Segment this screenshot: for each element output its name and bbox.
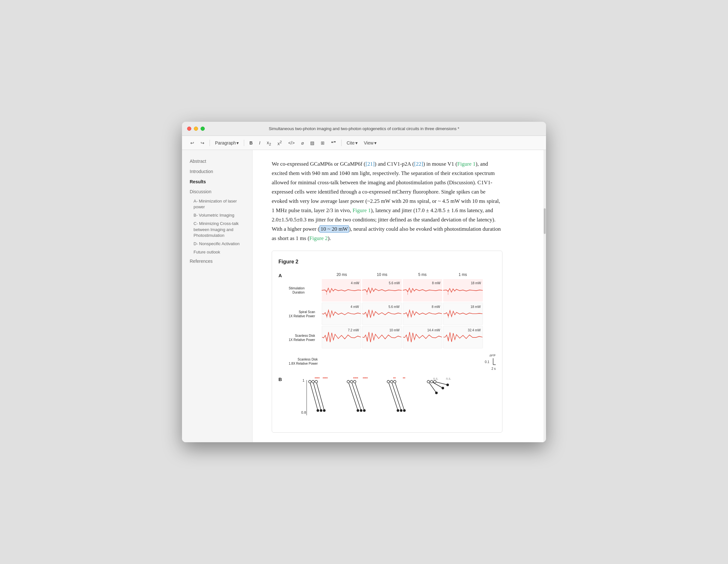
svg-point-27 [323, 409, 326, 412]
close-button[interactable] [187, 127, 191, 131]
panel-label-r3c4: 32.4 mW [468, 328, 481, 333]
code-button[interactable]: </> [286, 139, 296, 147]
svg-text:1: 1 [302, 378, 304, 382]
svg-point-26 [320, 409, 322, 412]
panel-label-r3c3: 14.4 mW [427, 328, 440, 333]
sidebar-item-nonspecific[interactable]: D- Nonspecific Activation [187, 240, 247, 248]
scrollbar[interactable] [543, 150, 546, 442]
chevron-down-icon: ▾ [236, 140, 239, 145]
content-area[interactable]: We co-expressed GCaMP6s or GCaMP6f ([21]… [252, 150, 543, 442]
panel-r1c1: 4 mW [322, 279, 361, 302]
svg-line-20 [313, 382, 321, 411]
svg-point-24 [315, 380, 318, 383]
figure-1-link-2[interactable]: Figure 1 [352, 207, 371, 213]
panel-r3c3: 14.4 mW [403, 326, 443, 348]
panel-r3c2: 10 mW [362, 326, 402, 348]
svg-point-25 [317, 409, 319, 412]
panel-label-r1c4: 18 mW [471, 280, 481, 286]
quote-icon: ❝❞ [331, 140, 336, 145]
scrollbar-thumb[interactable] [544, 208, 546, 234]
panel-r2c1: 4 mW [322, 303, 361, 325]
toolbar-separator-3 [341, 140, 342, 146]
svg-point-60 [446, 384, 449, 386]
table-icon: ⊞ [321, 140, 325, 145]
sidebar-item-abstract[interactable]: Abstract [187, 156, 247, 167]
sidebar-item-minimization[interactable]: A- Minimization of laser power [187, 197, 247, 211]
window-title: Simultaneous two-photon imaging and two-… [269, 126, 459, 131]
svg-point-58 [435, 392, 438, 394]
panel-row-3: 7.2 mW 10 mW [322, 326, 483, 348]
maximize-button[interactable] [201, 127, 205, 131]
view-button[interactable]: View ▾ [362, 139, 378, 147]
panel-label-r2c4: 18 mW [470, 304, 481, 310]
panel-label-r1c3: 8 mW [432, 280, 440, 286]
ref-21-link[interactable]: [21] [366, 161, 375, 167]
bold-button[interactable]: B [247, 139, 254, 147]
minimize-button[interactable] [194, 127, 198, 131]
superscript-button[interactable]: x2 [276, 138, 284, 147]
table-button[interactable]: ⊞ [319, 139, 327, 147]
col-header-10ms: 10 ms [362, 271, 402, 278]
svg-text:**: ** [403, 377, 405, 380]
panel-label-r2c2: 5.6 mW [388, 304, 399, 310]
highlight-power-range: 10 ~ 20 mW [319, 225, 349, 233]
svg-line-53 [432, 382, 443, 388]
sidebar-item-crosstalk[interactable]: C- Minimizing Cross-talk between Imaging… [187, 220, 247, 240]
figure-2-link[interactable]: Figure 2 [310, 235, 328, 241]
panel-label-r1c1: 4 mW [351, 280, 359, 286]
image-button[interactable]: ▨ [308, 139, 316, 147]
svg-line-52 [428, 382, 436, 393]
svg-point-34 [350, 380, 353, 383]
scale-time: 2 s [492, 366, 496, 371]
redo-icon: ↪ [201, 140, 204, 145]
panel-row-2: 4 mW 5.6 mW [322, 303, 483, 325]
svg-point-36 [357, 409, 359, 412]
svg-point-22 [309, 380, 311, 383]
figure-section-b: B 1 0.8 **** **** [278, 375, 496, 423]
svg-text:n.s.: n.s. [446, 377, 451, 380]
undo-icon: ↩ [190, 140, 194, 145]
subscript-button[interactable]: x2 [265, 139, 273, 147]
sidebar-item-results[interactable]: Results [187, 177, 247, 187]
row-label-2: Spiral Scan1X Relative Power [287, 303, 319, 325]
app-window: Simultaneous two-photon imaging and two-… [182, 122, 546, 442]
svg-point-45 [390, 380, 393, 383]
sidebar-item-future[interactable]: Future outlook [187, 248, 247, 256]
figure-section-a: A StimulationDuration Spiral Scan1X Rela… [278, 271, 496, 373]
ref-22-link[interactable]: [22] [414, 161, 423, 167]
figure-1-link-1[interactable]: Figure 1 [457, 161, 476, 167]
panel-r2c3: 8 mW [403, 303, 443, 325]
figure-a-label: A [278, 271, 284, 280]
cite-button[interactable]: Cite ▾ [345, 139, 360, 147]
article-body: We co-expressed GCaMP6s or GCaMP6f ([21]… [272, 160, 502, 432]
toolbar: ↩ ↪ Paragraph ▾ B I x2 x2 </> ⌀ ▨ ⊞ [182, 136, 546, 150]
svg-point-38 [363, 409, 366, 412]
row-label-4: Scanless Disk1.8X Relative Power [287, 350, 319, 373]
italic-button[interactable]: I [257, 139, 262, 147]
figure-b-chart: 1 0.8 **** **** [287, 375, 496, 420]
svg-point-33 [347, 380, 350, 383]
svg-point-57 [434, 380, 436, 383]
col-header-5ms: 5 ms [402, 271, 443, 278]
sidebar-item-discussion[interactable]: Discussion [187, 187, 247, 197]
figure-b-label: B [278, 375, 284, 384]
paragraph-dropdown[interactable]: Paragraph ▾ [213, 139, 241, 147]
code-icon: </> [288, 140, 294, 145]
panel-r2c4: 18 mW [443, 303, 483, 325]
redo-button[interactable]: ↪ [199, 139, 206, 147]
panel-label-r3c2: 10 mW [389, 328, 400, 333]
sidebar-item-introduction[interactable]: Introduction [187, 167, 247, 177]
col-header-1ms: 1 ms [443, 271, 483, 278]
link-button[interactable]: ⌀ [299, 139, 306, 147]
link-icon: ⌀ [301, 140, 304, 145]
titlebar: Simultaneous two-photon imaging and two-… [182, 122, 546, 136]
svg-point-46 [393, 380, 396, 383]
svg-text:**: ** [393, 377, 396, 380]
sidebar-item-references[interactable]: References [187, 256, 247, 267]
svg-point-44 [387, 380, 390, 383]
undo-button[interactable]: ↩ [188, 139, 196, 147]
sidebar-item-volumetric[interactable]: B- Volumetric Imaging [187, 211, 247, 220]
quote-button[interactable]: ❝❞ [329, 139, 338, 147]
figure-2-container: Figure 2 A StimulationDuration Spiral Sc… [272, 251, 502, 432]
svg-point-59 [442, 387, 444, 389]
